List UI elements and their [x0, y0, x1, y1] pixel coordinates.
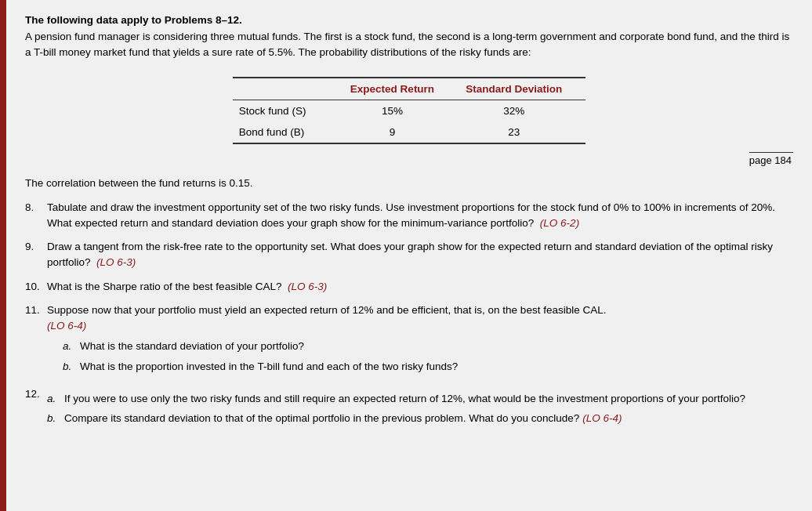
question-12b-text: Compare its standard deviation to that o… [64, 411, 579, 426]
question-11a-label: a. [63, 339, 80, 354]
bond-fund-expected: 9 [343, 121, 458, 143]
stock-fund-label: Stock fund (S) [233, 100, 343, 121]
correlation-text: The correlation between the fund returns… [25, 177, 793, 189]
question-11-num: 11. [25, 303, 47, 318]
question-12: 12. a. If you were to use only the two r… [25, 386, 793, 431]
question-12a: a. If you were to use only the two risky… [47, 391, 793, 407]
table-wrapper: Expected Return Standard Deviation Stock… [25, 77, 793, 144]
question-11a: a. What is the standard deviation of you… [63, 339, 793, 354]
question-12a-text: If you were to use only the two risky fu… [64, 391, 745, 407]
stock-fund-expected: 15% [343, 100, 458, 121]
question-10-body: What is the Sharpe ratio of the best fea… [47, 279, 793, 295]
question-11b: b. What is the proportion invested in th… [63, 359, 793, 375]
question-10: 10. What is the Sharpe ratio of the best… [25, 279, 793, 295]
stock-fund-stddev: 32% [458, 100, 585, 121]
content-area: The following data apply to Problems 8–1… [6, 0, 812, 511]
question-12-num: 12. [25, 386, 47, 402]
bond-fund-stddev: 23 [458, 121, 585, 143]
question-9-body: Draw a tangent from the risk-free rate t… [47, 239, 793, 271]
question-9: 9. Draw a tangent from the risk-free rat… [25, 239, 793, 271]
intro-block: The following data apply to Problems 8–1… [25, 14, 793, 61]
bond-fund-label: Bond fund (B) [233, 121, 343, 143]
question-12b-label: b. [47, 411, 64, 426]
question-11: 11. Suppose now that your portfolio must… [25, 303, 793, 379]
question-11-body: Suppose now that your portfolio must yie… [47, 303, 793, 379]
question-10-text: What is the Sharpe ratio of the best fea… [47, 281, 281, 292]
question-8-num: 8. [25, 200, 47, 216]
question-12-body: a. If you were to use only the two risky… [47, 386, 793, 431]
table-header-empty [233, 78, 343, 100]
question-9-lo: (LO 6-3) [96, 256, 136, 268]
question-9-num: 9. [25, 239, 47, 255]
question-11b-label: b. [63, 359, 80, 375]
intro-text: A pension fund manager is considering th… [25, 29, 793, 61]
questions-list: 8. Tabulate and draw the investment oppo… [25, 200, 793, 431]
question-11b-text: What is the proportion invested in the T… [80, 359, 458, 375]
question-11-sub: a. What is the standard deviation of you… [47, 339, 793, 375]
question-9-text: Draw a tangent from the risk-free rate t… [47, 241, 773, 268]
table-row-stock: Stock fund (S) 15% 32% [233, 100, 585, 121]
page-number: page 184 [749, 152, 793, 166]
red-sidebar-bar [0, 0, 6, 511]
question-12-sub: a. If you were to use only the two risky… [47, 391, 793, 427]
question-8-body: Tabulate and draw the investment opportu… [47, 200, 793, 232]
page-number-area: page 184 [25, 152, 793, 166]
fund-data-table: Expected Return Standard Deviation Stock… [233, 77, 585, 144]
question-12a-label: a. [47, 391, 64, 407]
question-10-lo: (LO 6-3) [288, 281, 327, 292]
question-12b-lo: (LO 6-4) [582, 411, 622, 426]
question-11a-text: What is the standard deviation of your p… [80, 339, 304, 354]
question-10-num: 10. [25, 279, 47, 295]
problems-header: The following data apply to Problems 8–1… [25, 14, 793, 26]
question-8-text: Tabulate and draw the investment opportu… [47, 201, 775, 229]
question-11-text: Suppose now that your portfolio must yie… [47, 304, 606, 316]
table-header-expected: Expected Return [343, 78, 458, 100]
question-8: 8. Tabulate and draw the investment oppo… [25, 200, 793, 232]
page-container: The following data apply to Problems 8–1… [0, 0, 812, 511]
question-8-lo: (LO 6-2) [540, 217, 579, 229]
table-row-bond: Bond fund (B) 9 23 [233, 121, 585, 143]
question-11-lo: (LO 6-4) [47, 320, 86, 332]
question-12b: b. Compare its standard deviation to tha… [47, 411, 793, 426]
table-header-stddev: Standard Deviation [458, 78, 585, 100]
